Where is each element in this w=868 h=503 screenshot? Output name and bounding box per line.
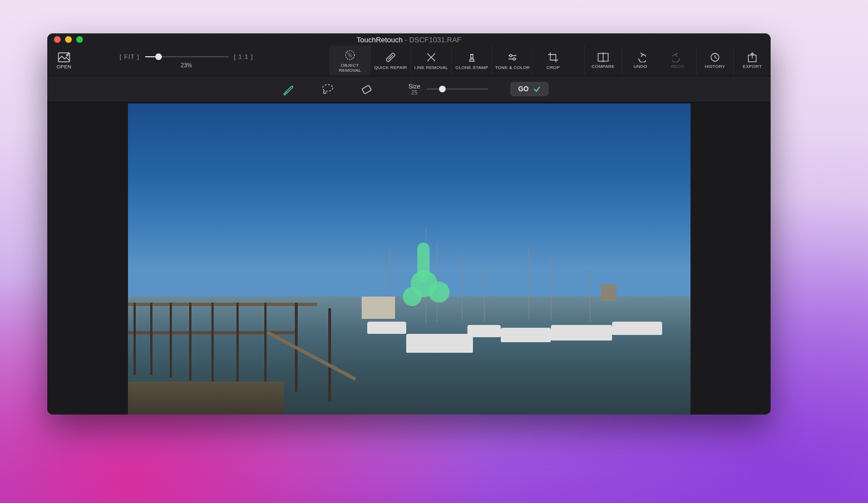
history-icon: [709, 52, 721, 62]
undo-icon: [635, 52, 646, 62]
tool-crop[interactable]: CROP: [532, 46, 573, 76]
main-tool-group: OBJECT REMOVAL QUICK REPAIR LINE REMO: [329, 46, 771, 76]
brush-size-control: Size 25: [408, 83, 488, 96]
zoom-fit-button[interactable]: [ FIT ]: [120, 53, 140, 60]
open-label: OPEN: [57, 64, 72, 70]
svg-point-14: [513, 58, 515, 60]
check-icon: [533, 85, 541, 93]
go-label: GO: [518, 85, 529, 93]
tool-quick-repair[interactable]: QUICK REPAIR: [370, 46, 411, 76]
window-title: TouchRetouch - DSCF1031.RAF: [47, 36, 771, 44]
brush-icon: [282, 82, 296, 96]
svg-line-7: [388, 55, 393, 60]
size-label: Size: [408, 83, 420, 90]
size-value: 25: [411, 90, 417, 96]
compare-icon: [598, 52, 609, 62]
tool-line-removal[interactable]: LINE REMOVAL: [411, 46, 451, 76]
zoom-slider-knob[interactable]: [155, 53, 162, 60]
object-removal-icon: [344, 49, 356, 61]
image-open-icon: [58, 52, 70, 62]
tone-color-icon: [506, 51, 519, 63]
svg-rect-10: [471, 55, 473, 58]
clone-stamp-icon: [466, 51, 478, 63]
zoom-control: [ FIT ] [ 1:1 ] 23%: [81, 46, 292, 76]
redo-icon: [672, 52, 683, 62]
go-button[interactable]: GO: [510, 82, 549, 96]
export-icon: [747, 52, 758, 62]
document-filename: DSCF1031.RAF: [409, 36, 461, 44]
svg-point-1: [67, 54, 68, 56]
image-canvas[interactable]: [128, 103, 691, 415]
subtool-eraser[interactable]: [347, 76, 386, 102]
compare-button[interactable]: COMPARE: [584, 46, 622, 76]
quick-repair-icon: [384, 51, 397, 63]
redo-button[interactable]: REDO: [659, 46, 696, 76]
size-slider-knob[interactable]: [439, 86, 446, 92]
tool-object-removal[interactable]: OBJECT REMOVAL: [329, 46, 370, 76]
zoom-slider[interactable]: [145, 56, 229, 57]
primary-toolbar: OPEN [ FIT ] [ 1:1 ] 23%: [47, 46, 771, 76]
history-button[interactable]: HISTORY: [696, 46, 733, 76]
titlebar: TouchRetouch - DSCF1031.RAF: [47, 33, 771, 46]
tool-tone-color[interactable]: TONE & COLOR: [492, 46, 532, 76]
crop-icon: [547, 51, 559, 63]
app-window: TouchRetouch - DSCF1031.RAF OPEN [ FIT ]: [47, 33, 771, 415]
svg-point-12: [510, 55, 512, 57]
tool-clone-stamp[interactable]: CLONE STAMP: [451, 46, 492, 76]
open-button[interactable]: OPEN: [47, 46, 81, 76]
eraser-icon: [359, 82, 374, 96]
zoom-1to1-button[interactable]: [ 1:1 ]: [234, 53, 254, 60]
secondary-toolbar: Size 25 GO: [47, 76, 771, 102]
size-slider[interactable]: [427, 88, 488, 90]
subtool-lasso[interactable]: [308, 76, 347, 102]
canvas-area: [47, 102, 771, 415]
app-name: TouchRetouch: [357, 36, 403, 44]
svg-rect-20: [362, 85, 371, 94]
subtool-brush[interactable]: [269, 76, 308, 102]
export-button[interactable]: EXPORT: [733, 46, 771, 76]
undo-button[interactable]: UNDO: [622, 46, 659, 76]
zoom-percent-label: 23%: [181, 62, 192, 68]
svg-point-19: [323, 85, 333, 91]
lasso-icon: [320, 82, 335, 96]
line-removal-icon: [425, 51, 437, 63]
